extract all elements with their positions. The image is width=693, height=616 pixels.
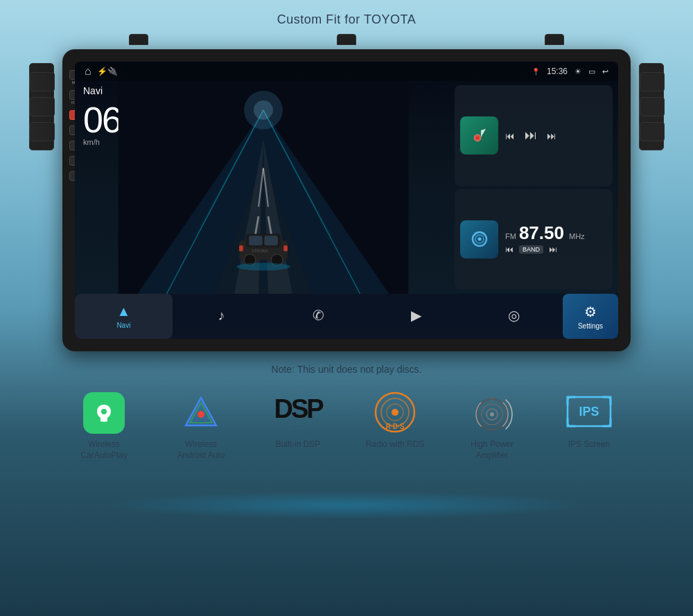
tunnel-viz: XTRONS [75, 81, 452, 294]
amp-icon-container: ♪ [470, 390, 515, 435]
next-btn[interactable]: ⏭ [547, 130, 556, 141]
svg-point-38 [198, 411, 204, 418]
svg-point-31 [477, 238, 481, 241]
media-buttons: ⏮ ⏭ ⏭ [505, 128, 556, 143]
carplay-svg [91, 401, 116, 425]
connector-1 [129, 34, 148, 45]
rds-label: Radio with RDS [366, 439, 425, 450]
svg-rect-33 [101, 420, 107, 422]
status-bar: ⌂ ⚡🔌 📍 15:36 ☀ ▭ ↩ [75, 62, 618, 81]
carplay-icon-container [82, 390, 127, 435]
svg-text:IPS: IPS [579, 405, 599, 419]
svg-point-42 [392, 409, 398, 416]
ips-icon: IPS [565, 394, 613, 432]
radio-prev-btn[interactable]: ⏮ [505, 245, 514, 254]
glow-platform [104, 491, 589, 519]
ips-svg: IPS [565, 394, 613, 429]
radio-panel: FM 87.50 MHz ⏮ BAND ⏭ [455, 189, 613, 290]
navi-app-label: Navi [116, 322, 130, 329]
app-btn-video[interactable]: ▶ [367, 294, 465, 339]
radio-info: FM 87.50 MHz ⏮ BAND ⏭ [505, 224, 607, 254]
feature-ips: IPS IPS Screen [551, 390, 627, 450]
radio-unit: MHz [569, 232, 585, 240]
band-btn[interactable]: BAND [519, 245, 543, 254]
music-panel: ⏮ ⏭ ⏭ [455, 85, 613, 186]
battery-icon: ▭ [588, 67, 595, 76]
navi-icon: ▲ [117, 303, 131, 319]
ips-icon-container: IPS [567, 390, 612, 435]
radio-icon [468, 227, 491, 251]
svg-point-25 [236, 263, 290, 270]
app-btn-phone[interactable]: ✆ [270, 294, 368, 339]
dsp-icon: DSP · · · [274, 396, 322, 430]
androidauto-icon-container [179, 390, 224, 435]
car-screen[interactable]: XTRONS® ⌂ ⚡🔌 📍 15:36 ☀ ▭ ↩ [75, 62, 618, 339]
androidauto-svg [180, 392, 222, 434]
music-icon-box[interactable] [460, 116, 498, 155]
home-icon[interactable]: ⌂ [85, 65, 91, 78]
androidauto-label: WirelessAndroid Auto [177, 439, 225, 461]
svg-rect-22 [239, 245, 243, 251]
radio-icon-box[interactable] [460, 220, 498, 258]
phone-icon: ✆ [313, 307, 324, 324]
screen-inner: XTRONS® ⌂ ⚡🔌 📍 15:36 ☀ ▭ ↩ [75, 62, 618, 339]
rds-icon-container: R·D·S [373, 390, 418, 435]
svg-text:XTRONS: XTRONS [252, 249, 268, 253]
svg-text:R·D·S: R·D·S [385, 423, 404, 430]
amp-label: High Power Amplifier [454, 439, 530, 461]
radio-band: FM [505, 232, 516, 240]
status-right: 📍 15:36 ☀ ▭ ↩ [532, 67, 608, 76]
radio-next-btn[interactable]: ⏭ [549, 245, 557, 254]
svg-text:♪: ♪ [489, 392, 494, 403]
brightness-icon[interactable]: ☀ [574, 67, 581, 76]
note-text: Note: This unit does not play discs. [0, 351, 693, 383]
features-row: WirelessCarAutoPlay WirelessAndroid Auto… [0, 383, 693, 468]
wireless-icon: ◎ [508, 307, 520, 324]
music-controls: ⏮ ⏭ ⏭ [505, 128, 556, 143]
carplay-label: WirelessCarAutoPlay [80, 439, 127, 461]
prev-prev-btn[interactable]: ⏮ [505, 130, 515, 141]
screen-content: Navi 066 km/h [75, 81, 618, 294]
left-bracket [35, 49, 62, 351]
amp-svg: ♪ [470, 390, 515, 435]
connector-3 [545, 34, 564, 45]
page-title: Custom Fit for TOYOTA [0, 0, 693, 34]
music-icon [468, 124, 491, 148]
location-icon: 📍 [532, 68, 540, 76]
status-time: 15:36 [547, 67, 568, 76]
svg-point-28 [476, 137, 479, 139]
svg-rect-19 [264, 236, 278, 245]
unit-housing: MIC RST XTRONS® [62, 49, 631, 351]
play-pause-btn[interactable]: ⏭ [525, 128, 537, 143]
video-icon: ▶ [411, 307, 421, 324]
unit-wrapper: MIC RST XTRONS® [35, 34, 658, 351]
app-bar: ▲ Navi ♪ ✆ ▶ [75, 294, 618, 339]
app-btn-navi[interactable]: ▲ Navi [75, 294, 173, 339]
feature-carplay: WirelessCarAutoPlay [66, 390, 142, 461]
bracket-ear-top-left [30, 72, 55, 91]
rds-svg: R·D·S [373, 390, 418, 435]
svg-point-47 [490, 412, 494, 416]
svg-rect-18 [249, 236, 263, 245]
svg-rect-23 [283, 245, 288, 251]
settings-icon: ⚙ [584, 303, 597, 320]
svg-point-32 [101, 409, 107, 414]
radio-controls: ⏮ BAND ⏭ [505, 245, 607, 254]
feature-androidauto: WirelessAndroid Auto [163, 390, 239, 461]
carplay-icon [83, 392, 125, 434]
feature-dsp: DSP · · · Built-in DSP [260, 390, 336, 450]
back-icon[interactable]: ↩ [602, 67, 608, 76]
app-btn-settings[interactable]: ⚙ Settings [563, 294, 618, 339]
bracket-ear-bot-left [30, 122, 55, 141]
app-btn-music[interactable]: ♪ [173, 294, 270, 339]
right-panels: ⏮ ⏭ ⏭ [452, 81, 618, 294]
dsp-icon-container: DSP · · · [276, 390, 321, 435]
connector-2 [337, 34, 356, 45]
feature-rds: R·D·S Radio with RDS [357, 390, 433, 450]
app-btn-wireless[interactable]: ◎ [465, 294, 563, 339]
ips-label: IPS Screen [568, 439, 611, 450]
bracket-ear-mid-left [30, 97, 55, 116]
feature-amp: ♪ High Power Amplifier [454, 390, 530, 461]
right-bracket [631, 49, 658, 351]
svg-point-13 [254, 100, 273, 120]
